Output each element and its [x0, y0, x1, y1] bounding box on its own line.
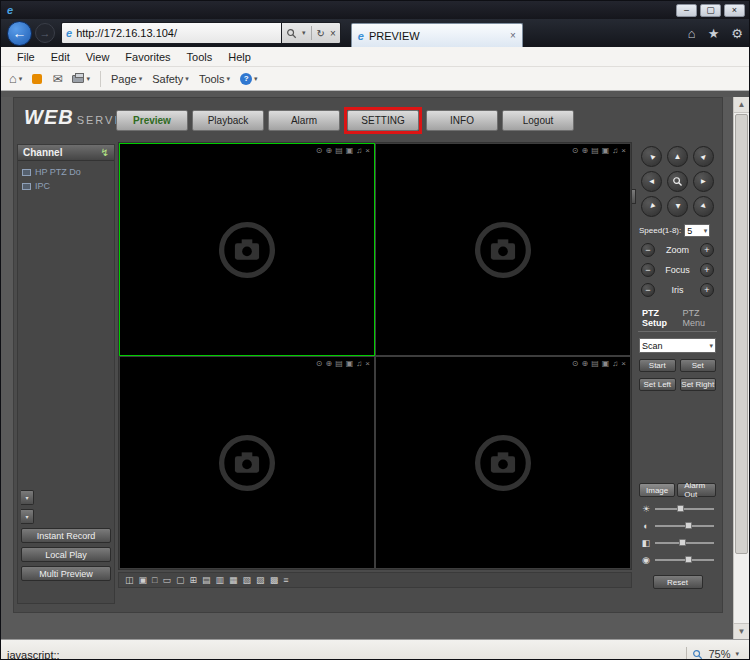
- scroll-up-icon[interactable]: ▲: [734, 97, 749, 113]
- home-menu-button[interactable]: ⌂ ▾: [9, 71, 22, 86]
- close-button[interactable]: ×: [724, 4, 745, 17]
- home-icon[interactable]: ⌂: [688, 26, 696, 41]
- ptz-down-right-button[interactable]: ▲: [693, 196, 714, 217]
- help-menu-button[interactable]: ? ▾: [240, 73, 258, 85]
- snapshot-icon[interactable]: ▣: [602, 146, 610, 156]
- record-icon[interactable]: ▤: [591, 359, 599, 369]
- ptz-position-button[interactable]: [667, 171, 688, 192]
- brightness-slider[interactable]: [655, 508, 714, 510]
- nav-alarm-button[interactable]: Alarm: [268, 110, 340, 131]
- menu-view[interactable]: View: [78, 49, 118, 65]
- forward-button[interactable]: →: [35, 23, 55, 43]
- zoom-level[interactable]: 75%: [708, 648, 730, 660]
- settings-gear-icon[interactable]: ⚙: [731, 26, 743, 41]
- ptz-function-select[interactable]: Scan ▾: [639, 338, 716, 353]
- split-8-icon[interactable]: ▥: [216, 573, 225, 587]
- instant-record-button[interactable]: Instant Record: [21, 528, 111, 543]
- channel-item[interactable]: IPC: [22, 181, 110, 191]
- close-stream-icon[interactable]: ×: [621, 359, 626, 369]
- nav-preview-button[interactable]: Preview: [116, 110, 188, 131]
- digital-zoom-icon[interactable]: ⊙: [316, 146, 323, 156]
- split-20-icon[interactable]: ▩: [270, 573, 279, 587]
- video-pane-1[interactable]: ⊙ ⊕ ▤ ▣ ♫ ×: [119, 143, 375, 356]
- original-size-icon[interactable]: ▣: [139, 573, 148, 587]
- focus-plus-button[interactable]: +: [700, 263, 714, 277]
- digital-zoom-icon[interactable]: ⊙: [572, 359, 579, 369]
- tab-image[interactable]: Image: [639, 483, 675, 497]
- zoom-in-icon[interactable]: ⊕: [326, 146, 333, 156]
- address-field[interactable]: e: [61, 22, 281, 44]
- image-adjust-icon[interactable]: ◫: [125, 573, 134, 587]
- ptz-down-left-button[interactable]: ▲: [641, 196, 662, 217]
- search-dropdown-icon[interactable]: ▾: [302, 29, 306, 37]
- speed-select[interactable]: 5 ▾: [684, 224, 710, 237]
- tab-ptz-setup[interactable]: PTZ Setup: [638, 306, 678, 331]
- record-icon[interactable]: ▤: [335, 359, 343, 369]
- ptz-up-button[interactable]: ▲: [667, 146, 688, 167]
- multi-preview-button[interactable]: Multi Preview: [21, 566, 111, 581]
- split-25-icon[interactable]: ≡: [283, 573, 288, 587]
- close-stream-icon[interactable]: ×: [365, 146, 370, 156]
- audio-icon[interactable]: ♫: [612, 146, 618, 156]
- ptz-up-right-button[interactable]: ▲: [693, 146, 714, 167]
- refresh-channels-icon[interactable]: ↯: [101, 147, 109, 158]
- focus-minus-button[interactable]: −: [641, 263, 655, 277]
- split-9-icon[interactable]: ▦: [229, 573, 238, 587]
- menu-file[interactable]: File: [9, 49, 43, 65]
- record-icon[interactable]: ▤: [591, 146, 599, 156]
- menu-favorites[interactable]: Favorites: [117, 49, 178, 65]
- search-icon[interactable]: [286, 28, 297, 39]
- iris-minus-button[interactable]: −: [641, 283, 655, 297]
- menu-tools[interactable]: Tools: [179, 49, 221, 65]
- print-menu-button[interactable]: ▾: [72, 75, 90, 83]
- zoom-dropdown-icon[interactable]: ▾: [735, 650, 739, 658]
- zoom-minus-button[interactable]: −: [641, 243, 655, 257]
- safety-menu-button[interactable]: Safety ▾: [152, 73, 189, 85]
- tab-ptz-menu[interactable]: PTZ Menu: [678, 306, 717, 331]
- menu-edit[interactable]: Edit: [43, 49, 78, 65]
- hue-slider[interactable]: [655, 542, 714, 544]
- tools-menu-button[interactable]: Tools ▾: [199, 73, 230, 85]
- nav-setting-button[interactable]: SETTING: [347, 110, 419, 131]
- scroll-down-icon[interactable]: ▼: [734, 623, 749, 639]
- snapshot-icon[interactable]: ▣: [346, 359, 354, 369]
- set-left-button[interactable]: Set Left: [639, 378, 676, 391]
- read-mail-icon[interactable]: ✉: [52, 72, 62, 86]
- page-menu-button[interactable]: Page ▾: [111, 73, 142, 85]
- split-6-icon[interactable]: ▤: [202, 573, 211, 587]
- close-stream-icon[interactable]: ×: [621, 146, 626, 156]
- tab-preview[interactable]: e PREVIEW ×: [351, 23, 523, 47]
- nav-logout-button[interactable]: Logout: [502, 110, 574, 131]
- zoom-plus-button[interactable]: +: [700, 243, 714, 257]
- start-talk-dropdown-icon[interactable]: ▾: [21, 509, 34, 524]
- minimize-button[interactable]: –: [676, 4, 697, 17]
- favorites-star-icon[interactable]: ★: [708, 26, 720, 41]
- vertical-scrollbar[interactable]: ▲ ▼: [733, 97, 749, 639]
- aspect-ratio-icon[interactable]: ▭: [162, 573, 171, 587]
- zoom-in-icon[interactable]: ⊕: [582, 359, 589, 369]
- menu-help[interactable]: Help: [220, 49, 259, 65]
- audio-icon[interactable]: ♫: [356, 146, 362, 156]
- fullscreen-icon[interactable]: □: [152, 573, 157, 587]
- split-1-icon[interactable]: ▢: [176, 573, 185, 587]
- nav-info-button[interactable]: INFO: [426, 110, 498, 131]
- reset-button[interactable]: Reset: [653, 575, 703, 589]
- contrast-slider[interactable]: [655, 525, 714, 527]
- split-16-icon[interactable]: ▨: [256, 573, 265, 587]
- stop-icon[interactable]: ×: [330, 28, 336, 39]
- ptz-right-button[interactable]: ▲: [693, 171, 714, 192]
- record-icon[interactable]: ▤: [335, 146, 343, 156]
- channel-item[interactable]: HP PTZ Do: [22, 167, 110, 177]
- refresh-icon[interactable]: ↻: [317, 28, 325, 39]
- saturation-slider[interactable]: [655, 559, 714, 561]
- zoom-in-icon[interactable]: ⊕: [582, 146, 589, 156]
- split-4-icon[interactable]: ⊞: [190, 573, 198, 587]
- snapshot-icon[interactable]: ▣: [602, 359, 610, 369]
- audio-icon[interactable]: ♫: [612, 359, 618, 369]
- ptz-up-left-button[interactable]: ▲: [641, 146, 662, 167]
- ptz-down-button[interactable]: ▲: [667, 196, 688, 217]
- feed-icon[interactable]: [32, 74, 42, 84]
- audio-icon[interactable]: ♫: [356, 359, 362, 369]
- zoom-in-icon[interactable]: ⊕: [326, 359, 333, 369]
- local-play-button[interactable]: Local Play: [21, 547, 111, 562]
